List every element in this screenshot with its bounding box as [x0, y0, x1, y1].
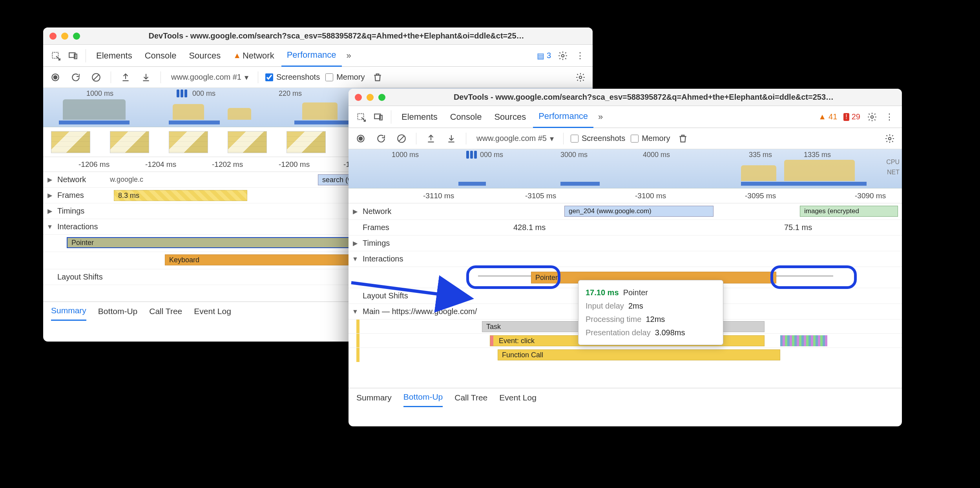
record-button[interactable] — [48, 70, 63, 85]
screenshot-thumb[interactable] — [228, 131, 267, 153]
tab-performance[interactable]: Performance — [533, 106, 593, 128]
flame-func-row[interactable]: Function Call — [349, 348, 902, 362]
settings-icon[interactable] — [555, 48, 571, 64]
function-call-bar[interactable]: Function Call — [498, 349, 780, 360]
recording-selector[interactable]: www.google.com #1 — [168, 71, 251, 83]
screenshots-checkbox[interactable]: Screenshots — [265, 73, 320, 82]
screenshot-thumb[interactable] — [110, 131, 149, 153]
settings-icon[interactable] — [864, 109, 880, 125]
tab-call-tree[interactable]: Call Tree — [454, 388, 487, 407]
zoom-icon[interactable] — [73, 33, 80, 40]
gear-icon[interactable] — [573, 70, 588, 85]
overview-timeline[interactable]: 1000 ms 000 ms 3000 ms 4000 ms 335 ms 13… — [349, 149, 902, 188]
overview-tick: 4000 ms — [643, 151, 670, 159]
tooltip-label: Pointer — [623, 288, 648, 297]
tab-sources[interactable]: Sources — [183, 45, 226, 67]
tab-bottom-up[interactable]: Bottom-Up — [98, 302, 137, 321]
upload-icon[interactable] — [423, 131, 438, 146]
svg-point-15 — [889, 137, 891, 140]
tab-sources[interactable]: Sources — [489, 106, 531, 128]
tab-summary[interactable]: Summary — [51, 302, 86, 321]
warnings-badge[interactable]: ▲41 — [816, 112, 839, 121]
clear-button[interactable] — [89, 70, 104, 85]
chevron-down-icon[interactable]: ▼ — [352, 308, 359, 315]
titlebar[interactable]: DevTools - www.google.com/search?sca_esv… — [43, 27, 593, 45]
tab-event-log[interactable]: Event Log — [499, 388, 537, 407]
track-interactions[interactable]: ▼ Interactions — [349, 251, 902, 267]
tab-elements[interactable]: Elements — [91, 45, 138, 67]
clear-button[interactable] — [394, 131, 409, 146]
record-button[interactable] — [353, 131, 368, 146]
inspect-icon[interactable] — [353, 109, 369, 125]
trash-icon[interactable] — [370, 70, 385, 85]
minimize-icon[interactable] — [367, 94, 374, 101]
network-item-images[interactable]: images (encrypted — [800, 206, 898, 217]
tab-elements[interactable]: Elements — [396, 106, 443, 128]
memory-checkbox[interactable]: Memory — [325, 73, 365, 82]
chevron-down-icon[interactable]: ▼ — [46, 223, 53, 230]
minimize-icon[interactable] — [61, 33, 68, 40]
tab-event-log[interactable]: Event Log — [194, 302, 231, 321]
chevron-right-icon[interactable]: ▶ — [46, 176, 53, 183]
menu-icon[interactable]: ⋮ — [881, 109, 897, 125]
track-label: Main — https://www.google.com/ — [363, 307, 520, 316]
tab-network[interactable]: ▲Network — [228, 45, 279, 67]
more-tabs-icon[interactable]: » — [595, 112, 606, 122]
gear-icon[interactable] — [882, 131, 897, 146]
tab-summary[interactable]: Summary — [356, 388, 392, 407]
reload-button[interactable] — [68, 70, 83, 85]
trash-icon[interactable] — [675, 131, 690, 146]
interaction-tooltip: 17.10 ms Pointer Input delay 2ms Process… — [578, 280, 723, 345]
titlebar[interactable]: DevTools - www.google.com/search?sca_esv… — [349, 89, 902, 106]
selection-handles[interactable] — [177, 90, 187, 97]
screenshot-thumb[interactable] — [51, 131, 90, 153]
upload-icon[interactable] — [118, 70, 133, 85]
more-tabs-icon[interactable]: » — [343, 51, 354, 61]
chevron-right-icon[interactable]: ▶ — [46, 207, 53, 215]
track-timings[interactable]: ▶ Timings — [349, 236, 902, 251]
chevron-right-icon[interactable]: ▶ — [46, 192, 53, 199]
chevron-right-icon[interactable]: ▶ — [352, 208, 359, 215]
memory-input[interactable] — [631, 135, 639, 143]
chevron-down-icon[interactable]: ▼ — [352, 256, 359, 263]
cpu-hill — [173, 104, 204, 120]
inspect-icon[interactable] — [48, 48, 64, 64]
messages-badge[interactable]: ▤3 — [535, 51, 553, 60]
errors-badge[interactable]: !29 — [841, 112, 863, 121]
chevron-right-icon[interactable]: ▶ — [352, 239, 359, 247]
tab-console[interactable]: Console — [139, 45, 182, 67]
recording-selector[interactable]: www.google.com #5 — [473, 132, 556, 144]
download-icon[interactable] — [139, 70, 153, 85]
memory-input[interactable] — [325, 73, 333, 81]
memory-checkbox[interactable]: Memory — [631, 134, 670, 143]
device-icon[interactable] — [370, 109, 386, 125]
ruler-tick: -3090 ms — [855, 192, 886, 200]
menu-icon[interactable]: ⋮ — [572, 48, 588, 64]
screenshot-thumb[interactable] — [287, 131, 326, 153]
close-icon[interactable] — [355, 94, 362, 101]
cpu-hill — [302, 102, 338, 120]
screenshots-input[interactable] — [571, 135, 579, 143]
time-ruler[interactable]: -3110 ms -3105 ms -3100 ms -3095 ms -309… — [349, 188, 902, 203]
tab-performance[interactable]: Performance — [281, 45, 342, 67]
track-network[interactable]: ▶ Network gen_204 (www.google.com) image… — [349, 203, 902, 220]
download-icon[interactable] — [444, 131, 459, 146]
pointer-bar[interactable]: Pointer — [67, 237, 349, 248]
memory-label: Memory — [642, 134, 670, 143]
tab-console[interactable]: Console — [445, 106, 487, 128]
track-label: Layout Shifts — [363, 291, 422, 300]
device-icon[interactable] — [65, 48, 81, 64]
tab-bottom-up[interactable]: Bottom-Up — [403, 388, 443, 407]
reload-button[interactable] — [374, 131, 389, 146]
track-frames[interactable]: ▶ Frames 428.1 ms 75.1 ms — [349, 220, 902, 236]
screenshots-input[interactable] — [265, 73, 273, 81]
frames-bar[interactable]: 8.3 ms — [114, 190, 247, 201]
tab-call-tree[interactable]: Call Tree — [149, 302, 182, 321]
perf-toolbar: www.google.com #5 Screenshots Memory — [349, 128, 902, 149]
screenshot-thumb[interactable] — [169, 131, 208, 153]
selection-handles[interactable] — [466, 151, 477, 159]
screenshots-checkbox[interactable]: Screenshots — [571, 134, 625, 143]
close-icon[interactable] — [49, 33, 57, 40]
network-item-gen204[interactable]: gen_204 (www.google.com) — [564, 206, 714, 217]
zoom-icon[interactable] — [378, 94, 385, 101]
